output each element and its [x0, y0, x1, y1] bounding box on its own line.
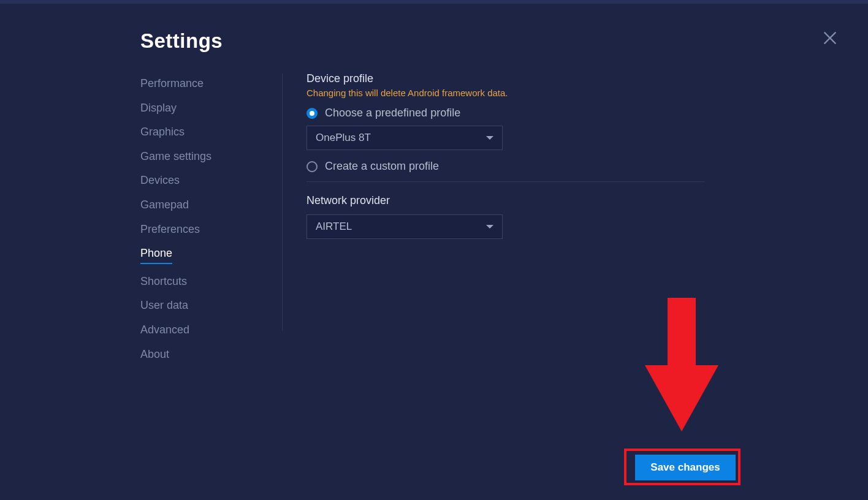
sidebar-item-phone[interactable]: Phone	[140, 247, 172, 264]
radio-label: Create a custom profile	[325, 160, 439, 173]
select-value: AIRTEL	[316, 221, 352, 233]
radio-predefined-profile[interactable]: Choose a predefined profile	[306, 107, 711, 119]
chevron-down-icon	[486, 225, 493, 229]
sidebar-item-label: Advanced	[140, 324, 189, 336]
sidebar-item-label: Display	[140, 102, 177, 114]
radio-custom-profile[interactable]: Create a custom profile	[306, 160, 711, 173]
device-profile-warning: Changing this will delete Android framew…	[306, 88, 711, 98]
close-icon	[821, 29, 839, 47]
section-divider	[306, 181, 705, 182]
settings-sidebar: Performance Display Graphics Game settin…	[140, 77, 263, 372]
sidebar-divider	[282, 74, 283, 331]
sidebar-item-label: About	[140, 348, 169, 360]
radio-checked-icon	[306, 108, 318, 119]
sidebar-item-graphics[interactable]: Graphics	[140, 126, 185, 139]
page-title: Settings	[140, 29, 223, 53]
sidebar-item-label: Game settings	[140, 150, 211, 162]
dialog-footer: Save changes	[635, 455, 736, 480]
sidebar-item-advanced[interactable]: Advanced	[140, 324, 189, 337]
sidebar-item-user-data[interactable]: User data	[140, 299, 188, 312]
sidebar-item-label: Gamepad	[140, 199, 189, 211]
select-value: OnePlus 8T	[316, 132, 371, 144]
sidebar-item-label: Shortcuts	[140, 275, 187, 287]
network-provider-select[interactable]: AIRTEL	[306, 214, 503, 239]
predefined-profile-select[interactable]: OnePlus 8T	[306, 126, 503, 150]
sidebar-item-label: Preferences	[140, 223, 200, 235]
device-profile-title: Device profile	[306, 72, 711, 85]
radio-unchecked-icon	[306, 161, 318, 172]
sidebar-item-preferences[interactable]: Preferences	[140, 223, 200, 237]
sidebar-item-label: Devices	[140, 174, 180, 186]
sidebar-item-about[interactable]: About	[140, 348, 169, 362]
annotation-arrow	[645, 298, 718, 433]
svg-rect-2	[668, 298, 696, 371]
settings-content: Device profile Changing this will delete…	[306, 72, 711, 249]
sidebar-item-game-settings[interactable]: Game settings	[140, 150, 211, 164]
sidebar-item-devices[interactable]: Devices	[140, 174, 180, 188]
sidebar-item-label: User data	[140, 299, 188, 311]
sidebar-item-display[interactable]: Display	[140, 102, 177, 115]
sidebar-item-performance[interactable]: Performance	[140, 77, 204, 91]
arrow-down-icon	[645, 298, 718, 433]
top-strip	[0, 0, 868, 4]
sidebar-item-gamepad[interactable]: Gamepad	[140, 199, 189, 212]
save-changes-button[interactable]: Save changes	[635, 455, 736, 480]
button-label: Save changes	[650, 461, 720, 474]
radio-label: Choose a predefined profile	[325, 107, 460, 119]
network-provider-title: Network provider	[306, 194, 711, 207]
chevron-down-icon	[486, 136, 493, 140]
sidebar-item-label: Performance	[140, 77, 204, 89]
sidebar-item-shortcuts[interactable]: Shortcuts	[140, 275, 187, 289]
close-button[interactable]	[821, 29, 839, 47]
settings-dialog: Settings Performance Display Graphics Ga…	[0, 0, 868, 500]
sidebar-item-label: Graphics	[140, 126, 185, 138]
svg-marker-3	[645, 365, 718, 431]
sidebar-item-label: Phone	[140, 247, 172, 259]
